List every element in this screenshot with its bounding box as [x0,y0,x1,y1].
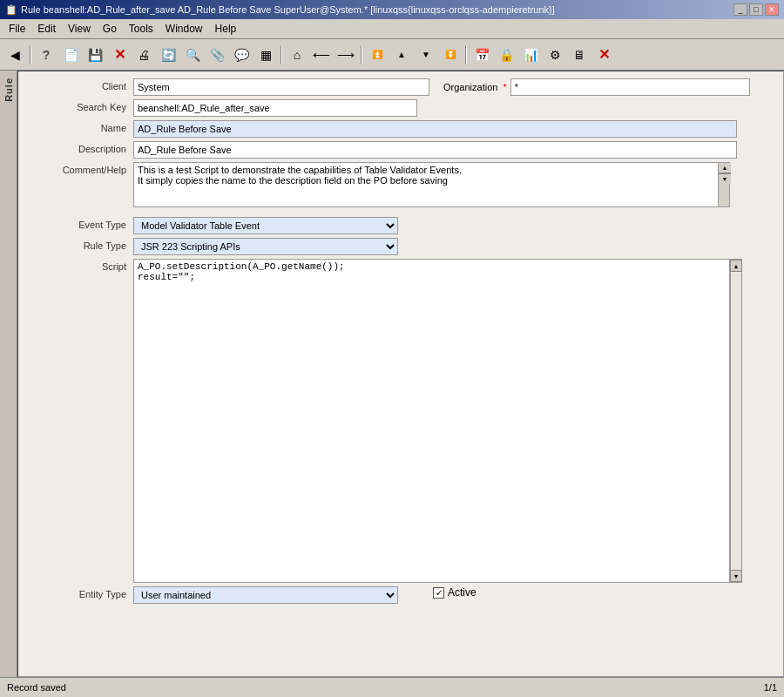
org-label: Organization [443,82,503,92]
nav-back-button[interactable]: ⟵ [310,44,333,66]
menu-help[interactable]: Help [210,21,242,37]
refresh-button[interactable]: 🔄 [157,44,179,66]
searchkey-row: Search Key [29,99,773,117]
name-label: Name [29,120,133,133]
active-checkbox[interactable]: ✓ [433,587,444,599]
script-label: Script [29,259,133,272]
close-button[interactable]: ✕ [765,3,779,16]
event-type-label: Event Type [29,217,133,230]
comment-scroll-up[interactable]: ▲ [719,163,731,173]
settings-button[interactable]: ⚙ [544,44,566,66]
sep4 [465,45,467,64]
window-title: Rule beanshell:AD_Rule_after_save AD_Rul… [21,4,555,15]
record-info: 1/1 [764,682,777,693]
entity-type-select[interactable]: User maintained Dictionary Adempiere App… [133,586,398,604]
name-input[interactable] [133,120,737,138]
close-all-button[interactable]: ✕ [592,44,615,66]
status-message: Record saved [7,682,66,693]
script-scrollbar: ▲ ▼ [730,259,742,583]
script-scroll-down[interactable]: ▼ [730,570,742,582]
title-bar: 📋 Rule beanshell:AD_Rule_after_save AD_R… [0,0,784,19]
desc-label: Description [29,141,133,154]
menu-bar: File Edit View Go Tools Window Help [0,19,784,39]
comment-wrap: ▲ ▼ [133,162,730,210]
comment-scroll-down[interactable]: ▼ [719,173,731,184]
chat-button[interactable]: 💬 [230,44,253,66]
script-textarea[interactable] [133,259,730,583]
script-wrap: ▲ ▼ [133,259,742,583]
comment-scrollbar[interactable]: ▲ ▼ [718,162,730,207]
minimize-button[interactable]: _ [733,3,747,16]
lock-button[interactable]: 🔒 [495,44,517,66]
active-wrap: ✓ Active [433,586,476,599]
rule-type-row: Rule Type JSR 223 Scripting APIs Groovy … [29,238,773,255]
desc-input[interactable] [133,141,737,159]
script-scroll-track[interactable] [731,272,741,570]
searchkey-input[interactable] [133,99,417,117]
script-scroll-up[interactable]: ▲ [730,260,742,272]
entity-type-label: Entity Type [29,586,133,599]
print-button[interactable]: 🖨 [132,44,155,66]
entity-wrap: User maintained Dictionary Adempiere App… [133,586,398,604]
last-button[interactable]: ⏬ [439,44,462,66]
chart-button[interactable]: 📊 [519,44,542,66]
menu-view[interactable]: View [63,21,96,37]
next-button[interactable]: ▼ [415,44,437,66]
event-type-dropdown-wrap: Model Validator Table Event Model Valida… [133,217,398,234]
app-icon: 📋 [5,4,17,16]
save-button[interactable]: 💾 [84,44,106,66]
comment-label: Comment/Help [29,162,133,175]
new-button[interactable]: 📄 [59,44,82,66]
delete-button[interactable]: ✕ [108,44,131,66]
main-area: Rule Client Organization * Search Key Na… [0,71,784,677]
menu-window[interactable]: Window [160,21,208,37]
name-row: Name [29,120,773,138]
org-section: Organization * [443,78,750,96]
menu-edit[interactable]: Edit [32,21,61,37]
cal-button[interactable]: 📅 [470,44,493,66]
org-input[interactable] [510,78,750,96]
form-area: Client Organization * Search Key Name De… [17,71,784,677]
zoom-button[interactable]: 🔍 [181,44,204,66]
attach-button[interactable]: 📎 [206,44,228,66]
comment-row: Comment/Help ▲ ▼ [29,162,773,210]
entity-active-row: Entity Type User maintained Dictionary A… [29,586,773,604]
active-label: Active [448,586,476,599]
event-type-row: Event Type Model Validator Table Event M… [29,217,773,234]
rule-type-label: Rule Type [29,238,133,251]
menu-file[interactable]: File [3,21,30,37]
menu-tools[interactable]: Tools [124,21,159,37]
searchkey-label: Search Key [29,99,133,112]
client-org-row: Client Organization * [29,78,773,96]
app-button[interactable]: 🖥 [568,44,591,66]
rule-type-dropdown-wrap: JSR 223 Scripting APIs Groovy BeanShell [133,238,398,255]
prev-button[interactable]: ▲ [390,44,413,66]
script-row: Script ▲ ▼ [29,259,773,583]
first-button[interactable]: ⏫ [366,44,389,66]
sidebar-tab-label: Rule [3,78,14,102]
sep1 [30,45,31,64]
client-label: Client [29,78,133,91]
maximize-button[interactable]: □ [749,3,763,16]
rule-type-select[interactable]: JSR 223 Scripting APIs Groovy BeanShell [133,238,398,255]
status-bar: Record saved 1/1 [0,677,784,696]
desc-row: Description [29,141,773,159]
grid-button[interactable]: ▦ [254,44,277,66]
event-type-select[interactable]: Model Validator Table Event Model Valida… [133,217,398,234]
org-required: * [503,82,506,92]
help-button[interactable]: ? [35,44,57,66]
menu-go[interactable]: Go [98,21,122,37]
sep2 [280,45,282,64]
sidebar-tab[interactable]: Rule [0,71,17,677]
comment-textarea[interactable] [133,162,730,207]
nav-fwd-button[interactable]: ⟶ [335,44,357,66]
sep3 [361,45,362,64]
back-button[interactable]: ◀ [3,44,26,66]
home-button[interactable]: ⌂ [286,44,308,66]
toolbar: ◀ ? 📄 💾 ✕ 🖨 🔄 🔍 📎 💬 ▦ ⌂ ⟵ ⟶ ⏫ ▲ ▼ ⏬ 📅 🔒 … [0,39,784,71]
client-input[interactable] [133,78,429,96]
